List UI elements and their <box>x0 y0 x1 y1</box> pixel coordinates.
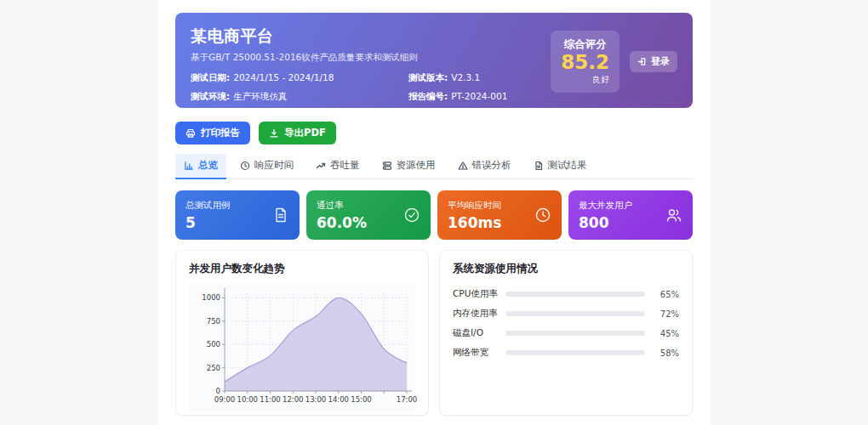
resource-percent: 45% <box>652 329 679 338</box>
progress-track <box>505 331 645 336</box>
stat-value: 5 <box>186 214 231 231</box>
svg-text:0: 0 <box>216 387 220 395</box>
svg-text:13:00: 13:00 <box>306 395 327 404</box>
stat-value: 800 <box>579 214 632 231</box>
resource-row-disk: 磁盘I/O 45% <box>453 327 679 339</box>
meta-test-date: 测试日期:2024/1/15 - 2024/1/18 <box>191 72 408 84</box>
tab-throughput[interactable]: 吞吐量 <box>307 154 368 179</box>
document-icon <box>272 207 289 224</box>
svg-text:11:00: 11:00 <box>260 395 281 404</box>
report-header: 某电商平台 基于GB/T 25000.51-2016软件产品质量要求和测试细则 … <box>175 13 693 108</box>
svg-text:09:00: 09:00 <box>214 395 236 404</box>
tab-test-results[interactable]: 测试结果 <box>525 154 596 179</box>
progress-track <box>505 350 645 355</box>
svg-text:15:00: 15:00 <box>351 395 372 404</box>
score-value: 85.2 <box>561 52 609 73</box>
svg-text:750: 750 <box>207 317 220 326</box>
overall-score-badge: 综合评分 85.2 良好 <box>551 31 620 92</box>
resource-usage-card: 系统资源使用情况 CPU使用率 65% 内存使用率 72% 磁盘I/O 45% <box>439 250 693 416</box>
tab-error-analysis[interactable]: 错误分析 <box>449 154 520 179</box>
stat-label: 总测试用例 <box>186 200 231 212</box>
stat-value: 160ms <box>448 214 501 231</box>
meta-report-no: 报告编号:PT-2024-001 <box>408 91 507 103</box>
chart-panel: 0250500750100009:0010:0011:0012:0013:001… <box>189 283 415 413</box>
chart-title: 并发用户数变化趋势 <box>189 262 415 276</box>
report-page: 某电商平台 基于GB/T 25000.51-2016软件产品质量要求和测试细则 … <box>158 0 710 425</box>
alert-triangle-icon <box>458 161 468 171</box>
print-report-button[interactable]: 打印报告 <box>175 122 250 144</box>
tab-bar: 总览 响应时间 吞吐量 资源使用 错误分析 测试结果 <box>175 154 693 179</box>
header-right: 综合评分 85.2 良好 登录 <box>551 26 677 98</box>
clock-icon <box>240 161 250 171</box>
concurrency-chart: 0250500750100009:0010:0011:0012:0013:001… <box>189 283 417 413</box>
svg-text:12:00: 12:00 <box>283 395 304 404</box>
toolbar: 打印报告 导出PDF <box>175 122 693 144</box>
download-icon <box>269 128 279 139</box>
tab-resource-usage[interactable]: 资源使用 <box>374 154 444 179</box>
svg-text:17:00: 17:00 <box>397 395 417 404</box>
server-icon <box>382 161 392 171</box>
export-pdf-button[interactable]: 导出PDF <box>259 122 336 144</box>
svg-text:10:00: 10:00 <box>237 395 259 404</box>
printer-icon <box>186 128 196 139</box>
score-grade: 良好 <box>561 74 609 86</box>
report-meta: 测试日期:2024/1/15 - 2024/1/18 测试版本:V2.3.1 测… <box>191 72 507 103</box>
stat-card: 通过率60.0% <box>306 190 431 240</box>
file-icon <box>534 161 544 171</box>
resource-title: 系统资源使用情况 <box>453 262 679 276</box>
stat-cards: 总测试用例5 通过率60.0% 平均响应时间160ms 最大并发用户800 <box>175 190 693 240</box>
page-subtitle: 基于GB/T 25000.51-2016软件产品质量要求和测试细则 <box>191 52 507 64</box>
tab-response-time[interactable]: 响应时间 <box>231 154 302 179</box>
bar-chart-icon <box>184 161 194 171</box>
meta-test-version: 测试版本:V2.3.1 <box>408 72 507 84</box>
resource-row-memory: 内存使用率 72% <box>453 308 679 320</box>
stat-label: 通过率 <box>317 200 367 212</box>
stat-card: 总测试用例5 <box>175 190 300 240</box>
users-icon <box>665 207 682 224</box>
resource-percent: 65% <box>652 290 679 299</box>
resource-rows: CPU使用率 65% 内存使用率 72% 磁盘I/O 45% 网络带宽 <box>453 288 679 359</box>
score-label: 综合评分 <box>561 37 609 52</box>
check-circle-icon <box>403 207 420 224</box>
resource-row-cpu: CPU使用率 65% <box>453 288 679 300</box>
stat-card: 最大并发用户800 <box>568 190 693 240</box>
page-title: 某电商平台 <box>191 26 507 48</box>
meta-test-env: 测试环境:生产环境仿真 <box>191 91 408 103</box>
trending-up-icon <box>316 161 326 171</box>
resource-percent: 72% <box>652 309 679 319</box>
header-info: 某电商平台 基于GB/T 25000.51-2016软件产品质量要求和测试细则 … <box>191 26 507 98</box>
bottom-panels: 并发用户数变化趋势 0250500750100009:0010:0011:001… <box>175 250 693 416</box>
clock-icon <box>534 207 551 224</box>
svg-text:1000: 1000 <box>202 293 220 302</box>
resource-percent: 58% <box>652 348 679 358</box>
login-button[interactable]: 登录 <box>630 51 677 72</box>
stat-label: 最大并发用户 <box>579 200 632 212</box>
svg-text:14:00: 14:00 <box>328 395 350 404</box>
concurrency-trend-card: 并发用户数变化趋势 0250500750100009:0010:0011:001… <box>175 250 429 416</box>
stat-card: 平均响应时间160ms <box>437 190 562 240</box>
resource-row-network: 网络带宽 58% <box>453 347 679 359</box>
stat-value: 60.0% <box>317 214 367 231</box>
tab-overview[interactable]: 总览 <box>175 154 226 179</box>
progress-track <box>505 311 645 316</box>
svg-text:250: 250 <box>207 364 220 372</box>
login-icon <box>637 57 647 66</box>
svg-text:500: 500 <box>207 340 220 348</box>
progress-track <box>505 292 645 297</box>
stat-label: 平均响应时间 <box>448 200 501 212</box>
login-label: 登录 <box>651 55 670 68</box>
